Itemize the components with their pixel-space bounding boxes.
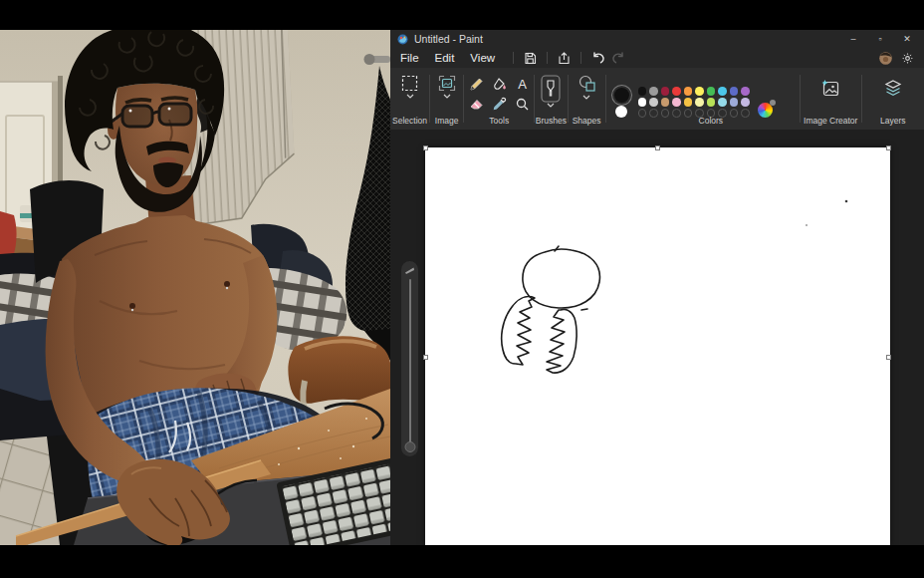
- webcam-scene: [0, 30, 390, 545]
- color-swatch[interactable]: [718, 87, 727, 96]
- color-swatch[interactable]: [661, 87, 670, 96]
- color-swatch[interactable]: [730, 87, 739, 96]
- slider-thumb[interactable]: [404, 441, 415, 452]
- save-icon[interactable]: [524, 52, 537, 65]
- sketch-left-wing: [502, 297, 535, 365]
- colors-group: Colors: [606, 68, 800, 130]
- brush-size-icon: [404, 266, 415, 275]
- divider: [547, 52, 548, 64]
- slider-track[interactable]: [409, 279, 411, 446]
- chevron-down-icon[interactable]: [547, 103, 555, 108]
- eraser-tool-icon[interactable]: [469, 97, 484, 112]
- chevron-down-icon[interactable]: [406, 94, 414, 99]
- image-creator-label: Image Creator: [801, 116, 861, 126]
- color-swatch[interactable]: [649, 98, 658, 107]
- window-title: Untitled - Paint: [414, 33, 483, 45]
- brushes-label: Brushes: [535, 116, 567, 126]
- layers-group[interactable]: Layers: [861, 68, 923, 130]
- foreground-color-swatch[interactable]: [614, 88, 629, 103]
- selection-group[interactable]: Selection: [390, 68, 429, 130]
- magnifier-tool-icon[interactable]: [515, 97, 530, 112]
- letterbox-top: [0, 0, 924, 30]
- image-label: Image: [430, 116, 463, 126]
- svg-text:A: A: [518, 77, 527, 92]
- selection-icon[interactable]: [401, 75, 418, 92]
- shapes-label: Shapes: [569, 116, 605, 126]
- color-swatch[interactable]: [684, 87, 693, 96]
- paint-app-icon: [397, 34, 408, 45]
- color-swatch[interactable]: [741, 98, 750, 107]
- color-swatch[interactable]: [638, 87, 647, 96]
- color-swatch[interactable]: [718, 98, 727, 107]
- redo-icon[interactable]: [611, 52, 625, 65]
- tools-group: A Tools: [464, 68, 534, 130]
- paint-window: Untitled - Paint – ▫ ✕ FileEditView: [390, 30, 924, 545]
- color-picker-tool-icon[interactable]: [492, 97, 507, 112]
- sketch-right-wing: [547, 309, 577, 373]
- image-creator-group[interactable]: Image Creator: [801, 68, 861, 130]
- canvas-drawing: [425, 147, 890, 545]
- color-swatch[interactable]: [638, 98, 647, 107]
- maximize-button[interactable]: ▫: [873, 34, 887, 44]
- tools-label: Tools: [464, 116, 534, 126]
- pencil-tool-icon[interactable]: [469, 77, 484, 92]
- settings-gear-icon[interactable]: [901, 52, 914, 65]
- layers-icon[interactable]: [883, 79, 903, 98]
- sketch-head: [523, 249, 600, 308]
- brush-size-slider[interactable]: [401, 261, 418, 456]
- colors-label: Colors: [614, 116, 808, 126]
- color-palette: [638, 87, 750, 118]
- color-swatch[interactable]: [707, 87, 716, 96]
- image-group[interactable]: Image: [430, 68, 463, 130]
- text-tool-icon[interactable]: A: [515, 77, 530, 92]
- minimize-button[interactable]: –: [846, 34, 860, 44]
- color-swatch[interactable]: [707, 98, 716, 107]
- account-avatar[interactable]: [879, 52, 892, 65]
- menu-item[interactable]: View: [462, 50, 503, 66]
- color-swatch[interactable]: [649, 87, 658, 96]
- brushes-group[interactable]: Brushes: [535, 68, 567, 130]
- canvas-resize-handle-top-center[interactable]: [655, 145, 660, 150]
- undo-icon[interactable]: [591, 52, 605, 65]
- image-creator-icon[interactable]: [820, 79, 840, 98]
- menus: FileEditView: [392, 50, 503, 66]
- color-swatch[interactable]: [672, 87, 681, 96]
- stray-dot: [845, 200, 848, 203]
- color-swatch[interactable]: [672, 98, 681, 107]
- canvas-resize-handle-top-left[interactable]: [423, 145, 428, 150]
- color-swatch[interactable]: [695, 98, 704, 107]
- title-bar: Untitled - Paint – ▫ ✕: [390, 30, 924, 48]
- canvas-resize-handle-top-right[interactable]: [886, 145, 891, 150]
- brushes-icon[interactable]: [541, 75, 561, 103]
- menu-item[interactable]: Edit: [427, 50, 463, 66]
- color-swatch[interactable]: [741, 87, 750, 96]
- shapes-icon[interactable]: [578, 75, 596, 93]
- color-swatch[interactable]: [695, 87, 704, 96]
- drawing-canvas[interactable]: [425, 147, 890, 545]
- image-icon[interactable]: [438, 75, 456, 92]
- ribbon-toolbar: Selection Image: [390, 68, 924, 130]
- menu-bar: FileEditView: [390, 48, 924, 68]
- stray-dot-faint: [806, 224, 808, 226]
- chevron-down-icon[interactable]: [582, 95, 590, 100]
- workspace: [390, 130, 924, 545]
- divider: [513, 52, 514, 64]
- share-icon[interactable]: [558, 52, 571, 65]
- glasses: [112, 104, 191, 127]
- menu-item[interactable]: File: [392, 50, 427, 66]
- color-swatch[interactable]: [661, 98, 670, 107]
- chevron-down-icon[interactable]: [443, 94, 451, 99]
- fill-tool-icon[interactable]: [492, 77, 507, 92]
- canvas-resize-handle-left-middle[interactable]: [423, 355, 428, 360]
- shapes-group[interactable]: Shapes: [569, 68, 605, 130]
- selection-label: Selection: [390, 116, 429, 126]
- color-swatch[interactable]: [730, 98, 739, 107]
- divider: [580, 52, 581, 64]
- close-button[interactable]: ✕: [900, 34, 914, 44]
- red-bag: [0, 211, 17, 259]
- canvas-resize-handle-right-middle[interactable]: [886, 355, 891, 360]
- sketch-dash: [581, 309, 587, 310]
- color-swatch[interactable]: [684, 98, 693, 107]
- webcam-video-frame: [0, 30, 390, 545]
- letterbox-bottom: [0, 545, 924, 578]
